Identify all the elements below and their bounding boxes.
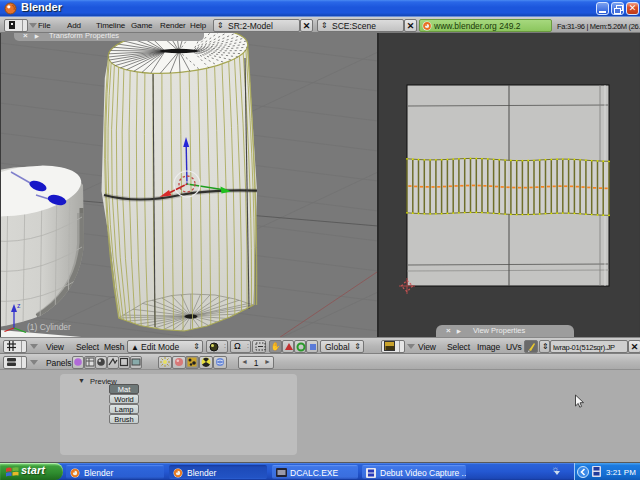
svg-text:(1) Cylinder: (1) Cylinder xyxy=(27,322,71,332)
svg-text:z: z xyxy=(17,302,21,309)
